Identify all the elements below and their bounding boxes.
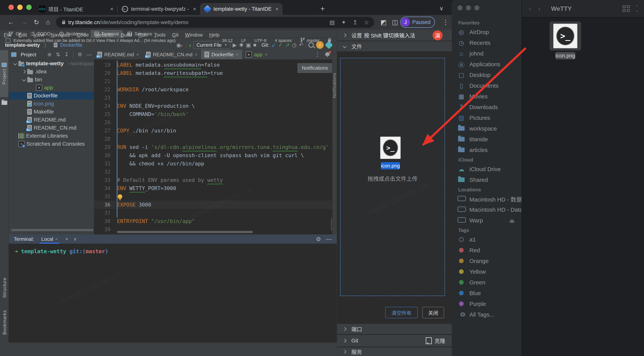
tree-item-icon-png[interactable]: icon.png	[9, 100, 94, 108]
run-configuration-select[interactable]: Current File▼	[194, 41, 230, 49]
sidebar-item-downloads[interactable]: ↧Downloads	[452, 102, 522, 113]
terminal-minimize-icon[interactable]: —	[326, 236, 332, 242]
close-icon[interactable]: ×	[136, 52, 139, 57]
menu-edit[interactable]: Edit	[18, 32, 27, 38]
chevron-right-icon[interactable]	[22, 70, 26, 73]
close-button[interactable]: 关闭	[422, 307, 444, 318]
tree-item-readme-md[interactable]: MDREADME.md	[9, 116, 94, 124]
forward-chevron-icon[interactable]: ›	[538, 4, 540, 13]
settings-gear-icon[interactable]: ⚙	[78, 51, 82, 58]
code-line-26[interactable]: 26	[94, 118, 332, 127]
sidebar-item-desktop[interactable]: ▢Desktop	[452, 70, 522, 80]
tree-item-makefile[interactable]: Makefile	[9, 108, 94, 116]
run-icon[interactable]: ▶	[233, 42, 237, 48]
editor-tab-readme-cn-md[interactable]: MDREADME_CN.md×	[142, 50, 201, 59]
project-scrollbar[interactable]	[11, 229, 94, 231]
maximize-window-button[interactable]	[474, 5, 479, 10]
hide-panel-icon[interactable]: —	[86, 52, 92, 58]
code-line-32[interactable]: 32	[94, 168, 332, 176]
terminal-settings-gear-icon[interactable]: ⚙	[316, 236, 321, 242]
sidebar-item-purple[interactable]: Purple	[452, 299, 522, 309]
debug-bug-icon[interactable]: ✱	[239, 42, 244, 48]
code-line-37[interactable]: 37	[94, 209, 332, 217]
browser-tab-3[interactable]: template-wetty - TitanIDE×	[200, 3, 282, 15]
close-icon[interactable]: ×	[55, 236, 58, 242]
git-clone-action[interactable]: 克隆	[426, 337, 445, 345]
editor-tab-app[interactable]: >app×	[242, 50, 271, 59]
sidebar-item-yellow[interactable]: Yellow	[452, 266, 522, 277]
sidebar-item-workspace[interactable]: workspace	[452, 123, 522, 134]
ime-badge[interactable]: 演	[432, 30, 442, 40]
close-icon[interactable]: ×	[193, 6, 196, 12]
editor-tab-readme-md[interactable]: MDREADME.md×	[94, 50, 142, 59]
editor-options-kebab-icon[interactable]: ⋮	[314, 51, 320, 58]
uploaded-file-thumbnail[interactable]: >_	[380, 137, 400, 159]
menu-tools[interactable]: Tools	[154, 32, 166, 38]
coverage-icon[interactable]: ▣	[246, 42, 251, 48]
tool-stripe-bookmarks[interactable]: Bookmarks	[2, 310, 7, 335]
git-update-icon[interactable]: ↙	[272, 42, 276, 48]
code-line-30[interactable]: 30 && apk add -U openssh-client sshpass …	[94, 151, 332, 160]
chevron-down-icon[interactable]	[22, 78, 26, 82]
tree-item-external-libraries[interactable]: External Libraries	[9, 132, 94, 140]
sidebar-item-a1[interactable]: a1	[452, 234, 522, 245]
code-line-31[interactable]: 31 && chmod +x /usr/bin/app	[94, 160, 332, 168]
browser-tab-2[interactable]: >-terminal-wetty-bwqryafz - Tita×	[118, 3, 200, 15]
stop-icon[interactable]: ■	[253, 42, 256, 48]
address-bar[interactable]: try.titanide.cn/ide/web/coding/template-…	[56, 17, 374, 28]
titanide-gem-icon[interactable]	[325, 41, 333, 49]
close-icon[interactable]: ×	[275, 6, 279, 12]
code-line-19[interactable]: 19LABEL metadata.usesubdomain=false	[94, 61, 332, 69]
menu-run[interactable]: Run	[138, 32, 148, 38]
sidebar-item-all-tags-[interactable]: All Tags...	[452, 309, 522, 320]
sidebar-item-macintosh-hd-data[interactable]: Macintosh HD - Data	[452, 204, 522, 215]
files-section-row[interactable]: 文件	[337, 41, 452, 51]
code-line-33[interactable]: 33# Default ENV params used by wetty	[94, 176, 332, 184]
tool-stripe-notifications[interactable]: Notifications	[332, 73, 337, 98]
back-chevron-icon[interactable]: ‹	[529, 4, 531, 13]
chevron-down-icon[interactable]	[13, 62, 17, 65]
maximize-window-button[interactable]	[26, 4, 32, 10]
back-icon[interactable]: ←	[8, 18, 14, 26]
code-line-21[interactable]: 21	[94, 77, 332, 85]
code-line-20[interactable]: 20LABEL metadata.rewritesubpath=true	[94, 69, 332, 77]
sidebar-item-icloud-drive[interactable]: ☁iCloud Drive	[452, 164, 522, 175]
finder-window-controls[interactable]	[458, 5, 479, 10]
sidebar-item-red[interactable]: Red	[452, 245, 522, 256]
tree-item-readme-cn-md[interactable]: MDREADME_CN.md	[9, 124, 94, 132]
notifications-bell-icon[interactable]	[325, 52, 330, 57]
close-icon[interactable]: ×	[236, 52, 239, 57]
icon-png-file[interactable]: >_	[553, 24, 577, 48]
tool-stripe-project[interactable]: Project	[0, 50, 8, 97]
code-line-35[interactable]: 35	[94, 192, 332, 200]
tab-search-chevron-icon[interactable]: ∨	[439, 5, 444, 12]
view-options-chevrons-icon[interactable]: ⌃⌄	[635, 5, 639, 12]
forward-icon[interactable]: →	[21, 18, 27, 26]
share-icon[interactable]: ↥	[353, 19, 358, 26]
intention-bulb-icon[interactable]	[118, 194, 122, 199]
panel-section-ports[interactable]: 端口	[337, 324, 452, 334]
sidebar-item-pictures[interactable]: ▨Pictures	[452, 113, 522, 123]
uploaded-file-name[interactable]: icon.png	[381, 162, 400, 169]
minimize-window-button[interactable]	[17, 4, 22, 10]
terminal-tab-local[interactable]: Local×	[39, 234, 60, 244]
code-area[interactable]: 19LABEL metadata.usesubdomain=false20LAB…	[94, 59, 332, 233]
sidebar-item-titanide[interactable]: titanide	[452, 134, 522, 145]
side-panel-icon[interactable]: ◫	[392, 18, 398, 26]
locate-file-icon[interactable]: ⊕	[47, 51, 52, 58]
tree-item-app[interactable]: >app	[9, 84, 94, 92]
menu-build[interactable]: Build	[121, 32, 132, 38]
editor-scrollbar[interactable]	[117, 231, 253, 233]
tree-item-scratches-and-consoles[interactable]: >Scratches and Consoles	[9, 140, 94, 148]
menu-refactor[interactable]: Refactor	[95, 32, 114, 38]
git-push-icon[interactable]: ↗	[285, 42, 290, 48]
sidebar-item-green[interactable]: Green	[452, 277, 522, 288]
close-window-button[interactable]	[458, 5, 462, 10]
sidebar-item-applications[interactable]: ⒶApplications	[452, 59, 522, 70]
sidebar-item-warp[interactable]: Warp⏏	[452, 215, 522, 226]
reading-list-icon[interactable]: ▤	[329, 19, 335, 26]
new-tab-button[interactable]: +	[320, 4, 325, 13]
sidebar-item-airdrop[interactable]: ◎AirDrop	[452, 27, 522, 37]
menu-git[interactable]: Git	[172, 32, 178, 38]
sidebar-item-documents[interactable]: ▯Documents	[452, 80, 522, 91]
